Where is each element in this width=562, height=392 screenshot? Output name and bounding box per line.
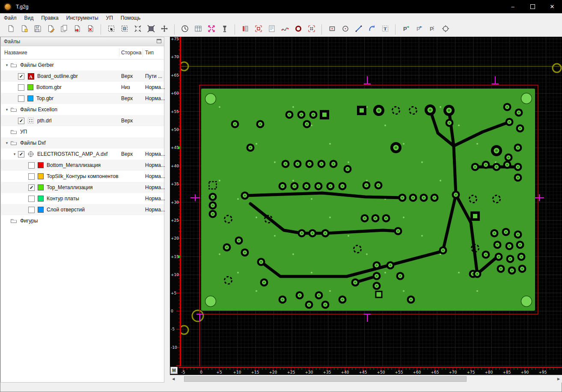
menu-item-2[interactable]: Правка bbox=[37, 14, 62, 22]
visibility-checkbox[interactable] bbox=[18, 95, 24, 102]
tree-row[interactable]: ▾Файлы Excellon bbox=[1, 104, 164, 115]
align-tool-button[interactable] bbox=[439, 24, 452, 36]
tree-row[interactable]: Bottom_МеталлизацияНорма... bbox=[1, 160, 164, 171]
parameters-table-button[interactable] bbox=[191, 24, 205, 36]
visibility-checkbox[interactable]: ✓ bbox=[28, 184, 35, 191]
edit-file-button[interactable] bbox=[44, 24, 57, 36]
save-all-button[interactable] bbox=[57, 24, 71, 36]
run-processing-button[interactable] bbox=[178, 24, 191, 36]
layer-pads-button[interactable] bbox=[305, 24, 318, 36]
maximize-button[interactable] bbox=[523, 0, 542, 13]
tree-row[interactable]: Контур платыНорма... bbox=[1, 193, 164, 204]
select-window-button[interactable] bbox=[104, 24, 118, 36]
new-project-button[interactable] bbox=[18, 24, 31, 36]
units-mode-button[interactable]: M bbox=[170, 367, 178, 374]
expander-icon[interactable]: ▾ bbox=[11, 152, 18, 156]
layer-doc-icon bbox=[268, 24, 276, 35]
pan-view-button[interactable] bbox=[158, 24, 171, 36]
import-file-icon bbox=[73, 24, 82, 35]
menu-item-4[interactable]: УП bbox=[102, 14, 117, 22]
horizontal-scrollbar[interactable]: ◀ ▶ bbox=[170, 375, 562, 383]
column-divider[interactable] bbox=[143, 48, 143, 57]
menu-item-0[interactable]: Файл bbox=[0, 14, 21, 22]
visibility-checkbox[interactable]: ✓ bbox=[18, 118, 24, 124]
layer-pad-square-button[interactable] bbox=[252, 24, 265, 36]
minimize-button[interactable]: – bbox=[503, 0, 523, 13]
draw-rect-button[interactable] bbox=[325, 24, 339, 36]
toolbar: TPPP bbox=[0, 23, 562, 37]
app-logo-icon bbox=[4, 3, 12, 11]
column-type[interactable]: Тип bbox=[145, 50, 154, 56]
file-side: Верх bbox=[121, 73, 133, 79]
visibility-checkbox[interactable] bbox=[28, 207, 35, 213]
menu-bar: ФайлВидПравкаИнструментыУППомощь bbox=[0, 13, 562, 23]
expander-icon[interactable]: ▾ bbox=[3, 107, 10, 112]
zoom-extents-button[interactable] bbox=[131, 24, 144, 36]
tree-row[interactable]: ✓Top_МеталлизацияНорма... bbox=[1, 182, 164, 193]
fit-view-button[interactable] bbox=[205, 24, 218, 36]
horizontal-ruler-scale: -50+5+10+15+20+25+30+35+40+45+50+55+60+6… bbox=[170, 366, 562, 375]
svg-text:+5: +5 bbox=[216, 370, 222, 374]
file-type: Пути ... bbox=[145, 73, 162, 79]
layer-ring-button[interactable] bbox=[291, 24, 305, 36]
layer-curve-icon bbox=[281, 24, 289, 35]
file-type: Норма... bbox=[145, 196, 165, 202]
visibility-checkbox[interactable] bbox=[18, 84, 24, 91]
import-file-button[interactable] bbox=[71, 24, 84, 36]
svg-text:+60: +60 bbox=[413, 370, 421, 374]
expander-icon[interactable]: ▾ bbox=[3, 63, 10, 67]
tree-row[interactable]: TopSilk_Контуры компонентовНорма... bbox=[1, 171, 164, 182]
column-side[interactable]: Сторона bbox=[121, 50, 141, 56]
panel-float-icon[interactable] bbox=[157, 39, 161, 43]
tree-row[interactable]: ✓pth.drlВерх bbox=[1, 115, 164, 126]
menu-item-5[interactable]: Помощь bbox=[117, 14, 144, 22]
visibility-checkbox[interactable] bbox=[28, 196, 35, 202]
tree-row[interactable]: Слой отверстийНорма... bbox=[1, 204, 164, 215]
visibility-checkbox[interactable] bbox=[28, 173, 35, 180]
save-file-button[interactable] bbox=[31, 24, 44, 36]
visibility-checkbox[interactable]: ✓ bbox=[18, 151, 24, 157]
scroll-left-button[interactable]: ◀ bbox=[170, 376, 177, 383]
tree-row[interactable]: Bottom.gbrНизНорма... bbox=[1, 82, 164, 93]
visibility-checkbox[interactable] bbox=[28, 162, 35, 169]
tree-row[interactable]: ▾✓ELECTROSTATIC_AMP_A.dxfВерхНорма... bbox=[1, 148, 164, 160]
place-top-button[interactable]: P bbox=[399, 24, 412, 36]
tree-row[interactable]: Фигуры bbox=[1, 215, 164, 226]
select-frame-button[interactable] bbox=[118, 24, 131, 36]
svg-text:+35: +35 bbox=[171, 182, 179, 186]
tree-row[interactable]: УП bbox=[1, 126, 164, 137]
svg-text:+45: +45 bbox=[171, 146, 179, 150]
zoom-selection-button[interactable] bbox=[144, 24, 158, 36]
column-name[interactable]: Название bbox=[4, 50, 27, 56]
column-divider[interactable] bbox=[119, 48, 119, 57]
drill-check-button[interactable] bbox=[218, 24, 231, 36]
menu-item-3[interactable]: Инструменты bbox=[62, 14, 102, 22]
draw-arc-button[interactable] bbox=[365, 24, 378, 36]
tree-row[interactable]: Top.gbrВерхНорма... bbox=[1, 93, 164, 104]
toolbar-separator bbox=[174, 24, 175, 35]
toolbar-group-1 bbox=[103, 24, 172, 36]
draw-line-button[interactable] bbox=[352, 24, 365, 36]
draw-circle-button[interactable] bbox=[339, 24, 352, 36]
scrollbar-thumb[interactable] bbox=[184, 376, 467, 382]
visibility-checkbox[interactable]: ✓ bbox=[18, 73, 24, 80]
tree-row[interactable]: ✓ABoard_outline.gbrВерхПути ... bbox=[1, 71, 164, 82]
svg-text:+15: +15 bbox=[171, 255, 179, 259]
pcb-canvas[interactable] bbox=[181, 37, 562, 366]
close-button[interactable]: ✕ bbox=[542, 0, 562, 13]
place-mirror-button[interactable]: P bbox=[425, 24, 439, 36]
scroll-right-button[interactable]: ▶ bbox=[555, 376, 562, 383]
layer-curve-button[interactable] bbox=[278, 24, 291, 36]
close-file-button[interactable] bbox=[84, 24, 97, 36]
expander-icon[interactable]: ▾ bbox=[3, 141, 10, 145]
new-file-button[interactable] bbox=[4, 24, 18, 36]
draw-text-button[interactable]: T bbox=[378, 24, 392, 36]
tree-row[interactable]: ▾Файлы Dxf bbox=[1, 137, 164, 148]
place-bottom-button[interactable]: P bbox=[412, 24, 425, 36]
menu-item-1[interactable]: Вид bbox=[21, 14, 38, 22]
layer-track-button[interactable] bbox=[238, 24, 252, 36]
save-all-icon bbox=[60, 24, 68, 35]
file-type: Норма... bbox=[145, 207, 165, 213]
layer-doc-button[interactable] bbox=[265, 24, 278, 36]
tree-row[interactable]: ▾Файлы Gerber bbox=[1, 59, 164, 71]
